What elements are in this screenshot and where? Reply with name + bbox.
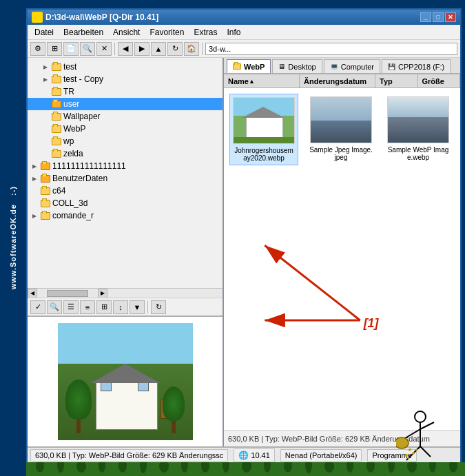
toolbar-sep2 [202, 43, 203, 55]
col-size[interactable]: Größe [418, 74, 461, 87]
left-tb-check[interactable]: ✓ [30, 300, 45, 314]
folder-icon-zelda [52, 150, 61, 158]
nav-home-btn[interactable]: 🏠 [184, 42, 199, 56]
file-item-webp[interactable]: Sample WebP Image.webp [384, 94, 453, 165]
file-thumb-jpeg [310, 96, 372, 143]
folder-icon-tr [52, 88, 61, 96]
menu-ansicht[interactable]: Ansicht [109, 26, 144, 39]
menu-info[interactable]: Info [223, 26, 245, 39]
tab-cpp2018[interactable]: 💾 CPP2018 (F:) [382, 59, 451, 73]
toolbar-grid-btn[interactable]: ⊞ [47, 42, 62, 56]
coast-thumbnail [311, 96, 371, 143]
svg-text:[1]: [1] [363, 316, 380, 330]
tab-computer-label: Computer [341, 63, 374, 71]
svg-point-27 [415, 411, 426, 422]
svg-line-30 [420, 422, 434, 429]
nav-up-btn[interactable]: ▲ [151, 42, 166, 56]
tab-webp-label: WebP [244, 63, 265, 71]
tab-desktop[interactable]: 🖥 Desktop [272, 59, 322, 73]
file-label-webp: Sample WebP Image.webp [386, 146, 450, 161]
close-button[interactable]: ✕ [445, 12, 456, 22]
preview-image [58, 323, 193, 440]
tree-item-tr[interactable]: TR [28, 85, 223, 98]
left-tb-list[interactable]: ☰ [63, 300, 79, 314]
left-tb-filter[interactable]: ▼ [130, 300, 145, 314]
nav-refresh-btn[interactable]: ↻ [167, 42, 183, 56]
globe-icon: 🌐 [238, 451, 249, 460]
right-panel: WebP 🖥 Desktop 💻 Computer 💾 CPP2018 (F:) [224, 58, 460, 446]
left-tb-tile[interactable]: ⊞ [96, 300, 112, 314]
file-label-jpeg: Sample Jpeg Image.jpeg [309, 146, 373, 161]
menu-bearbeiten[interactable]: Bearbeiten [59, 26, 107, 39]
toolbar-settings-btn[interactable]: ⚙ [30, 42, 45, 56]
folder-tree[interactable]: ▶ test ▶ test - Copy TR [28, 58, 223, 288]
tree-item-test[interactable]: ▶ test [28, 61, 223, 73]
file-thumb-webp [387, 96, 449, 143]
tree-hscrollbar[interactable]: ◀ ▶ [28, 288, 223, 298]
tab-computer[interactable]: 💻 Computer [324, 59, 380, 73]
toolbar-close-btn[interactable]: ✕ [96, 42, 112, 56]
tree-item-user[interactable]: user [28, 98, 223, 110]
tab-webp[interactable]: WebP [227, 59, 271, 73]
col-date[interactable]: Änderungsdatum [300, 74, 375, 87]
address-bar[interactable]: 3d-w... [205, 43, 457, 55]
tree-item-coll3d[interactable]: COLL_3d [28, 197, 223, 209]
menu-datei[interactable]: Datei [30, 26, 58, 39]
menu-favoriten[interactable]: Favoriten [145, 26, 188, 39]
house-window-left [101, 382, 112, 391]
minimize-button[interactable]: _ [420, 12, 431, 22]
tree-item-wp[interactable]: wp [28, 135, 223, 147]
left-tb-sep [147, 301, 148, 313]
tree-item-c64[interactable]: c64 [28, 185, 223, 197]
tree-item-comande[interactable]: ▶ comande_r [28, 209, 223, 222]
folder-icon-webp [52, 125, 61, 133]
hscroll-left-btn[interactable]: ◀ [28, 289, 37, 298]
tree-item-webp[interactable]: WebP [28, 123, 223, 135]
tree-item-benutzer[interactable]: ▶ BenutzerDaten [28, 172, 223, 185]
col-type[interactable]: Typ [375, 74, 418, 87]
folder-icon-benutzer [41, 175, 50, 183]
hscroll-right-btn[interactable]: ▶ [98, 289, 107, 298]
svg-line-32 [420, 446, 431, 457]
left-tb-refresh[interactable]: ↻ [151, 300, 166, 314]
tree-item-test-copy[interactable]: ▶ test - Copy [28, 73, 223, 85]
tree-item-zelda[interactable]: zelda [28, 147, 223, 160]
left-tb-sort[interactable]: ↕ [113, 300, 128, 314]
folder-icon-comande [41, 212, 50, 220]
nav-forward-btn[interactable]: ▶ [134, 42, 149, 56]
title-bar: D:\3d-wal\WebP [Q-Dir 10.41] _ □ ✕ [28, 10, 460, 25]
folder-icon-coll3d [41, 200, 50, 207]
hscroll-thumb[interactable] [47, 290, 88, 297]
file-list: Johnrogershousemay2020.webp Sample Jpeg … [224, 88, 460, 430]
toolbar-copy-btn[interactable]: 📄 [63, 42, 79, 56]
folder-icon-c64 [41, 187, 50, 195]
window-controls: _ □ ✕ [420, 12, 456, 22]
col-name[interactable]: Name ▲ [224, 74, 300, 87]
preview-panel [28, 315, 223, 446]
tree-item-wallpaper[interactable]: Wallpaper [28, 110, 223, 123]
tab-desktop-label: Desktop [288, 63, 316, 71]
left-tb-detail[interactable]: ≡ [80, 300, 95, 314]
folder-icon-test-copy [52, 76, 61, 83]
left-tb-search[interactable]: 🔍 [47, 300, 62, 314]
file-thumb-house [233, 97, 295, 144]
panels-row: ▶ test ▶ test - Copy TR [28, 58, 460, 446]
folder-icon-test [52, 63, 61, 71]
file-list-header: Name ▲ Änderungsdatum Typ Größe [224, 74, 460, 88]
nav-back-btn[interactable]: ◀ [118, 42, 133, 56]
tree-item-1111[interactable]: ▶ 1111111111111111 [28, 160, 223, 172]
tab-bar: WebP 🖥 Desktop 💻 Computer 💾 CPP2018 (F:) [224, 58, 460, 74]
tree-left-deco [65, 378, 92, 433]
address-text: 3d-w... [209, 45, 231, 53]
toolbar-search-btn[interactable]: 🔍 [80, 42, 95, 56]
status-user: Nenad (Portabel/x64) [280, 449, 362, 462]
menu-extras[interactable]: Extras [189, 26, 221, 39]
svg-point-34 [409, 448, 411, 451]
status-version: 10.41 [251, 451, 270, 459]
main-status-bar: 630,0 KB | Typ: WebP-Bild Größe: 629 KB … [28, 446, 460, 463]
file-item-house[interactable]: Johnrogershousemay2020.webp [229, 94, 298, 165]
status-left-text: 630,0 KB | Typ: WebP-Bild Größe: 629 KB … [35, 451, 223, 459]
svg-point-35 [412, 452, 415, 455]
maximize-button[interactable]: □ [433, 12, 444, 22]
file-item-jpeg[interactable]: Sample Jpeg Image.jpeg [307, 94, 375, 165]
